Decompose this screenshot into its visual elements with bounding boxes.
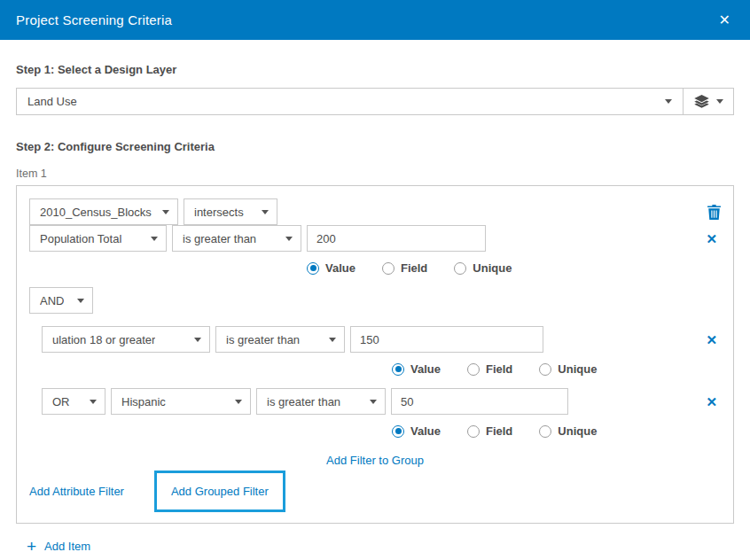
chevron-down-icon: [194, 338, 201, 342]
chevron-down-icon: [77, 299, 84, 303]
grouped-filter-block: ulation 18 or greater is greater than ✕ …: [42, 326, 721, 438]
filter-value-input[interactable]: [307, 225, 486, 252]
add-item-button[interactable]: + Add Item: [27, 538, 734, 555]
value-type-radio-group: Value Field Unique: [392, 362, 721, 376]
group-filter2-logic-dropdown[interactable]: OR: [42, 388, 105, 415]
chevron-down-icon: [90, 400, 97, 404]
layer-options-button[interactable]: [684, 89, 733, 114]
radio-value-label: Value: [410, 362, 441, 376]
radio-unique[interactable]: Unique: [539, 424, 597, 438]
modal-body: Step 1: Select a Design Layer Land Use S…: [0, 63, 750, 555]
delete-item-button[interactable]: [707, 205, 721, 220]
radio-unique[interactable]: Unique: [454, 261, 512, 275]
logic-operator-row: AND: [29, 287, 721, 314]
plus-icon: +: [27, 538, 36, 555]
item-label: Item 1: [16, 167, 734, 180]
radio-unique-label: Unique: [558, 362, 597, 376]
chevron-down-icon: [285, 237, 293, 241]
design-layer-select[interactable]: Land Use: [17, 89, 683, 114]
radio-value[interactable]: Value: [392, 362, 441, 376]
filter-actions-row: Add Attribute Filter Add Grouped Filter: [29, 471, 721, 512]
filter-operator-dropdown[interactable]: is greater than: [172, 225, 301, 252]
layers-icon: [694, 95, 709, 108]
radio-circle: [454, 262, 466, 275]
group-filter2-field-dropdown[interactable]: Hispanic: [111, 388, 251, 415]
radio-field-label: Field: [401, 261, 427, 275]
radio-circle: [307, 262, 319, 275]
tutorial-highlight-box: Add Grouped Filter: [154, 471, 285, 512]
filter-field-dropdown[interactable]: Population Total: [29, 225, 167, 252]
radio-unique[interactable]: Unique: [539, 362, 597, 376]
radio-circle: [392, 425, 404, 438]
close-icon[interactable]: ✕: [715, 10, 734, 31]
remove-filter-icon[interactable]: ✕: [702, 331, 721, 348]
radio-circle: [382, 262, 395, 275]
chevron-down-icon: [151, 237, 158, 241]
trash-icon: [707, 205, 721, 220]
group-filter1-operator-dropdown[interactable]: is greater than: [215, 326, 345, 353]
design-layer-control: Land Use: [16, 88, 734, 115]
chevron-down-icon: [370, 400, 377, 404]
chevron-down-icon: [329, 338, 336, 342]
radio-circle: [467, 425, 480, 438]
add-item-label: Add Item: [44, 540, 90, 553]
add-filter-to-group-row: Add Filter to Group: [29, 454, 721, 467]
group-filter1-value-input[interactable]: [350, 326, 543, 353]
target-layer-dropdown[interactable]: 2010_Census_Blocks: [29, 198, 178, 225]
step2-label: Step 2: Configure Screening Criteria: [16, 140, 734, 153]
radio-field-label: Field: [486, 424, 512, 438]
radio-unique-label: Unique: [558, 424, 597, 438]
radio-value-label: Value: [410, 424, 441, 438]
radio-field[interactable]: Field: [467, 424, 512, 438]
criteria-panel: 2010_Census_Blocks intersects Population…: [16, 185, 734, 524]
radio-value-label: Value: [325, 261, 355, 275]
group-filter2-logic-value: OR: [52, 395, 70, 408]
step1-label: Step 1: Select a Design Layer: [16, 63, 734, 76]
chevron-down-icon: [235, 400, 242, 404]
radio-value[interactable]: Value: [392, 424, 441, 438]
value-type-radio-group: Value Field Unique: [307, 261, 721, 275]
group-filter1-field-dropdown[interactable]: ulation 18 or greater: [42, 326, 210, 353]
radio-unique-label: Unique: [473, 261, 512, 275]
logic-operator-value: AND: [40, 294, 64, 307]
group-filter1-operator-value: is greater than: [226, 333, 300, 346]
remove-filter-icon[interactable]: ✕: [702, 230, 721, 247]
remove-filter-icon[interactable]: ✕: [702, 393, 721, 410]
add-filter-to-group-link[interactable]: Add Filter to Group: [326, 454, 424, 467]
design-layer-value: Land Use: [27, 95, 77, 108]
group-filter2-operator-dropdown[interactable]: is greater than: [256, 388, 386, 415]
add-attribute-filter-link[interactable]: Add Attribute Filter: [29, 485, 124, 498]
chevron-down-icon: [262, 210, 269, 214]
group-filter2-value-input[interactable]: [391, 388, 568, 415]
target-layer-value: 2010_Census_Blocks: [40, 206, 152, 219]
filter-operator-value: is greater than: [183, 232, 256, 245]
spatial-filter-row: 2010_Census_Blocks intersects: [29, 198, 721, 225]
spatial-operator-value: intersects: [194, 206, 244, 219]
filter-field-value: Population Total: [40, 232, 121, 245]
chevron-down-icon: [665, 99, 672, 104]
attribute-filter-row: Population Total is greater than ✕: [29, 225, 721, 252]
modal-header: Project Screening Criteria ✕: [0, 0, 750, 40]
group-filter1-field-value: ulation 18 or greater: [52, 333, 155, 346]
group-filter-row: ulation 18 or greater is greater than ✕: [42, 326, 721, 353]
radio-field[interactable]: Field: [382, 261, 427, 275]
modal-title: Project Screening Criteria: [16, 12, 172, 27]
chevron-down-icon: [162, 210, 169, 214]
group-filter2-field-value: Hispanic: [121, 395, 166, 408]
chevron-down-icon: [716, 99, 723, 104]
radio-circle: [539, 425, 551, 438]
radio-circle: [539, 363, 551, 376]
radio-circle: [392, 363, 404, 376]
value-type-radio-group: Value Field Unique: [392, 424, 721, 438]
radio-field-label: Field: [486, 362, 512, 376]
spatial-operator-dropdown[interactable]: intersects: [184, 198, 277, 225]
add-grouped-filter-link[interactable]: Add Grouped Filter: [171, 485, 269, 498]
group-filter-row: OR Hispanic is greater than ✕: [42, 388, 721, 415]
group-filter2-operator-value: is greater than: [267, 395, 340, 408]
radio-value[interactable]: Value: [307, 261, 355, 275]
radio-field[interactable]: Field: [467, 362, 512, 376]
logic-operator-dropdown[interactable]: AND: [29, 287, 93, 314]
radio-circle: [467, 363, 480, 376]
